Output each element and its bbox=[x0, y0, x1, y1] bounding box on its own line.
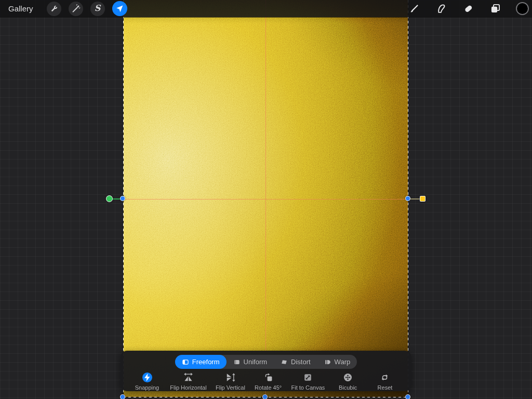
mode-distort[interactable]: Distort bbox=[274, 355, 317, 369]
actions-button[interactable] bbox=[47, 2, 61, 16]
top-toolbar: Gallery S bbox=[0, 0, 532, 17]
gallery-button[interactable]: Gallery bbox=[8, 4, 33, 13]
erase-button[interactable] bbox=[462, 3, 474, 15]
action-label: Snapping bbox=[135, 384, 159, 391]
freeform-mode-icon bbox=[182, 358, 189, 366]
action-label: Flip Vertical bbox=[216, 384, 245, 391]
adjustments-button[interactable] bbox=[69, 2, 83, 16]
action-label: Reset bbox=[378, 384, 393, 391]
handle-left-middle[interactable] bbox=[120, 196, 125, 201]
warp-mode-icon bbox=[324, 358, 331, 366]
reset-button[interactable]: Reset bbox=[371, 372, 399, 391]
action-label: Rotate 45° bbox=[255, 384, 282, 391]
smudge-button[interactable] bbox=[435, 3, 447, 15]
mode-label: Freeform bbox=[192, 358, 220, 366]
transform-selection-content[interactable] bbox=[123, 0, 408, 397]
paintbrush-icon bbox=[408, 3, 420, 15]
transform-mode-segments: Freeform Uniform Distort bbox=[175, 355, 357, 369]
handle-bottom-right[interactable] bbox=[405, 394, 410, 399]
rotate-45-icon bbox=[263, 372, 274, 383]
mode-label: Uniform bbox=[244, 358, 268, 366]
mode-warp[interactable]: Warp bbox=[317, 355, 357, 369]
handle-bottom-center[interactable] bbox=[262, 394, 268, 399]
handle-yellow-node[interactable] bbox=[420, 196, 425, 202]
selection-button[interactable]: S bbox=[90, 2, 105, 16]
reset-icon bbox=[379, 372, 390, 383]
transform-button-active[interactable] bbox=[112, 1, 127, 16]
mode-label: Distort bbox=[291, 358, 311, 366]
snapping-button[interactable]: Snapping bbox=[133, 372, 161, 391]
canvas-workspace bbox=[0, 0, 532, 399]
paint-tools-group bbox=[393, 2, 529, 15]
snapping-lightning-icon bbox=[142, 372, 153, 383]
color-swatch-icon[interactable] bbox=[516, 2, 529, 15]
flip-vertical-icon bbox=[225, 372, 236, 383]
action-label: Flip Horizontal bbox=[170, 384, 206, 391]
distort-mode-icon bbox=[281, 358, 288, 366]
paint-button[interactable] bbox=[408, 3, 420, 15]
transform-crosshair-horizontal bbox=[123, 199, 408, 200]
selection-s-icon: S bbox=[95, 4, 101, 12]
fit-to-canvas-button[interactable]: Fit to Canvas bbox=[291, 372, 325, 391]
action-label: Bicubic bbox=[339, 384, 357, 391]
handle-green-node[interactable] bbox=[106, 195, 113, 202]
fit-to-canvas-icon bbox=[302, 372, 313, 383]
smudge-finger-icon bbox=[435, 3, 447, 15]
bicubic-interpolation-icon bbox=[342, 372, 353, 383]
uniform-mode-icon bbox=[233, 358, 241, 366]
handle-right-middle[interactable] bbox=[405, 196, 410, 201]
bicubic-button[interactable]: Bicubic bbox=[334, 372, 362, 391]
flip-horizontal-button[interactable]: Flip Horizontal bbox=[170, 372, 206, 391]
action-label: Fit to Canvas bbox=[291, 384, 325, 391]
transform-options-panel: Freeform Uniform Distort bbox=[121, 351, 411, 391]
layers-icon bbox=[489, 3, 501, 15]
procreate-transform-screen: Gallery S bbox=[0, 0, 532, 399]
wrench-icon bbox=[49, 4, 59, 14]
handle-bottom-left[interactable] bbox=[120, 394, 125, 399]
flip-horizontal-icon bbox=[183, 372, 194, 383]
layers-button[interactable] bbox=[489, 3, 501, 15]
magic-wand-icon bbox=[71, 4, 81, 14]
mode-uniform[interactable]: Uniform bbox=[227, 355, 274, 369]
transform-arrow-icon bbox=[114, 4, 125, 14]
flip-vertical-button[interactable]: Flip Vertical bbox=[216, 372, 245, 391]
mode-freeform[interactable]: Freeform bbox=[175, 355, 227, 369]
transform-actions-row: Snapping Flip Horizontal bbox=[121, 369, 411, 391]
mode-label: Warp bbox=[335, 358, 351, 366]
yellow-node-connector bbox=[409, 198, 420, 200]
eraser-icon bbox=[462, 3, 474, 15]
rotate-45-button[interactable]: Rotate 45° bbox=[254, 372, 282, 391]
